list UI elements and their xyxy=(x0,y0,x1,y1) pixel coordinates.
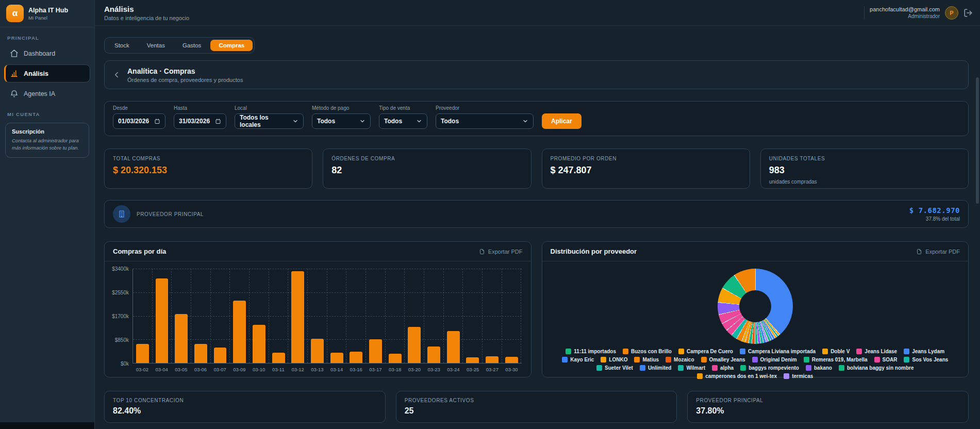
x-tick-label: 03-14 xyxy=(327,367,346,374)
legend-item[interactable]: Jeans Lydam xyxy=(904,349,944,354)
legend-item[interactable]: termicas xyxy=(784,373,813,379)
subscription-card[interactable]: Suscripción Contacta al administrador pa… xyxy=(5,123,89,158)
legend-item[interactable]: Campera De Cuero xyxy=(678,349,733,354)
subscription-title: Suscripción xyxy=(12,128,82,135)
legend-label: Wilmart xyxy=(686,365,705,371)
bar-column xyxy=(269,269,289,363)
legend-label: Sueter Vilet xyxy=(605,365,633,371)
back-chevron-icon[interactable] xyxy=(112,70,121,79)
tab-ventas[interactable]: Ventas xyxy=(139,40,173,51)
divider xyxy=(864,6,865,20)
tipo-de-venta-select[interactable]: Todos xyxy=(379,113,427,129)
legend-item[interactable]: Wilmart xyxy=(678,365,705,371)
export-pdf-button-donut[interactable]: Exportar PDF xyxy=(916,249,960,255)
tab-compras[interactable]: Compras xyxy=(210,40,253,51)
legend-item[interactable]: Kayo Eric xyxy=(562,357,594,362)
legend-item[interactable]: Remeras 019, Marbella xyxy=(804,357,868,362)
proveedor-select[interactable]: Todos xyxy=(436,113,534,129)
filter-desde: Desde01/03/2026 xyxy=(113,105,165,129)
filter-metodo-de-pago-label: Método de pago xyxy=(312,105,371,111)
bar-column xyxy=(327,269,347,363)
home-icon xyxy=(10,49,19,58)
legend-item[interactable]: 11:11 importados xyxy=(566,349,616,354)
charts-row: Compras por día Exportar PDF $3400k$2550… xyxy=(104,241,969,377)
tab-gastos[interactable]: Gastos xyxy=(174,40,209,51)
filter-local-label: Local xyxy=(235,105,304,111)
legend-item[interactable]: Sos Vos Jeans xyxy=(904,357,948,362)
legend-label: Sos Vos Jeans xyxy=(912,357,948,362)
bar-column xyxy=(308,269,327,363)
legend-item[interactable]: SOAR xyxy=(874,357,898,362)
app-logo: α xyxy=(6,5,24,22)
bar-column xyxy=(483,269,502,363)
section-title: Analítica · Compras xyxy=(127,67,243,75)
legend-item[interactable]: Buzos con Brillo xyxy=(623,349,672,354)
legend-swatch xyxy=(804,357,809,362)
legend-item[interactable]: bolviana baggy sin nombre xyxy=(839,365,913,371)
x-tick-label: 03-04 xyxy=(152,367,172,374)
bar-column xyxy=(250,269,269,363)
legend-item[interactable]: alpha xyxy=(712,365,734,371)
export-pdf-button-bar[interactable]: Exportar PDF xyxy=(479,249,523,255)
hasta-input[interactable]: 31/03/2026 xyxy=(174,113,226,129)
stat-value: 25 xyxy=(405,406,669,416)
sidebar-item-analisis[interactable]: Análisis xyxy=(4,64,90,82)
calendar-icon xyxy=(215,118,221,124)
subscription-body: Contacta al administrador para más infor… xyxy=(12,137,82,152)
legend-item[interactable]: Sueter Vilet xyxy=(596,365,633,371)
sidebar-nav: DashboardAnálisisAgentes IA xyxy=(0,43,94,104)
file-icon xyxy=(916,249,922,255)
filter-metodo-de-pago-value: Todos xyxy=(317,118,335,125)
legend-item[interactable]: baggys rompeviento xyxy=(740,365,799,371)
stat-value: 82.40% xyxy=(113,406,377,416)
user-info: panchofacultad@gmail.com Administrador xyxy=(870,6,940,19)
legend-label: alpha xyxy=(720,365,734,371)
legend-item[interactable]: camperones dos en 1 wei-tex xyxy=(697,373,777,379)
legend-item[interactable]: Unlimited xyxy=(640,365,672,371)
legend-item[interactable]: Campera Liviana importada xyxy=(740,349,816,354)
sidebar-footer-strip xyxy=(0,422,94,429)
chevron-down-icon xyxy=(522,118,528,124)
sidebar-item-dashboard[interactable]: Dashboard xyxy=(4,44,90,62)
x-tick-label: 03-27 xyxy=(483,367,502,374)
page-title: Análisis xyxy=(104,5,189,13)
legend-item[interactable]: Original Denim xyxy=(752,357,797,362)
bar xyxy=(136,344,149,363)
apply-button[interactable]: Aplicar xyxy=(542,113,582,129)
legend-item[interactable]: Doble V xyxy=(822,349,850,354)
local-select[interactable]: Todos los locales xyxy=(235,113,304,129)
scrollbar[interactable] xyxy=(976,77,979,204)
stat-label: PROVEEDORES ACTIVOS xyxy=(405,398,669,403)
tab-stock[interactable]: Stock xyxy=(106,40,138,51)
filter-hasta-value: 31/03/2026 xyxy=(179,118,210,125)
bar-chart-body: $3400k$2550k$1700k$850k$0k 03-0203-0403-… xyxy=(105,261,531,377)
metodo-de-pago-select[interactable]: Todos xyxy=(312,113,371,129)
stat-card: ÓRDENES DE COMPRA82 xyxy=(323,148,531,189)
avatar[interactable]: P xyxy=(945,6,958,20)
sidebar-section-cuenta: MI CUENTA xyxy=(7,111,87,117)
desde-input[interactable]: 01/03/2026 xyxy=(113,113,165,129)
legend-item[interactable]: Matius xyxy=(634,357,659,362)
stat-card: PROMEDIO POR ORDEN$ 247.807 xyxy=(542,148,750,189)
sidebar-item-agentes-ia[interactable]: Agentes IA xyxy=(4,85,90,103)
legend-item[interactable]: bakano xyxy=(806,365,832,371)
filter-metodo-de-pago: Método de pagoTodos xyxy=(312,105,371,129)
bar-column xyxy=(424,269,444,363)
logout-icon[interactable] xyxy=(964,8,973,18)
legend-label: Omalley Jeans xyxy=(709,357,745,362)
stat-value: $ 247.807 xyxy=(551,165,741,176)
section-header: Analítica · Compras Órdenes de compra, p… xyxy=(104,60,969,89)
bar xyxy=(486,356,499,363)
legend-item[interactable]: LONKO xyxy=(601,357,627,362)
legend-item[interactable]: Mozaico xyxy=(666,357,694,362)
sidebar-section-principal: PRINCIPAL xyxy=(7,35,87,41)
bar-column xyxy=(366,269,386,363)
x-tick-label: 03-07 xyxy=(210,367,230,374)
legend-label: Buzos con Brillo xyxy=(631,349,672,354)
legend-item[interactable]: Omalley Jeans xyxy=(701,357,745,362)
legend-swatch xyxy=(634,357,640,362)
legend-item[interactable]: Jeans Lidase xyxy=(856,349,897,354)
bar-column xyxy=(386,269,405,363)
bar-chart-title: Compras por día xyxy=(113,248,166,255)
bar xyxy=(369,339,382,363)
